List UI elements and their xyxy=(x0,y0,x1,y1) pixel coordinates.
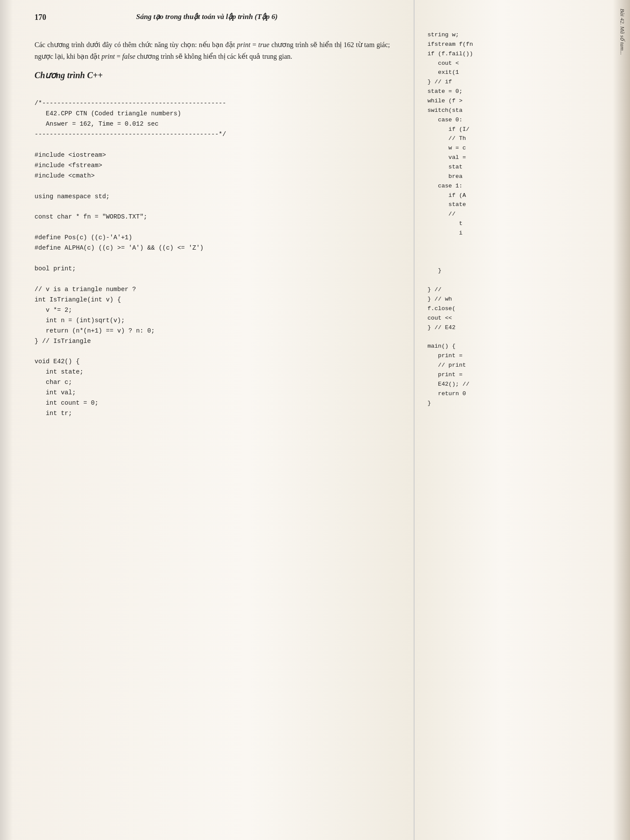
section-title: Chương trình C++ xyxy=(35,70,390,80)
right-content: string w; ifstream f(fn if (f.fail()) co… xyxy=(427,30,613,408)
left-page: 170 Sáng tạo trong thuật toán và lập trì… xyxy=(0,0,415,840)
right-page: Bài 42. Mã số tam... string w; ifstream … xyxy=(415,0,630,840)
page-header-title: Sáng tạo trong thuật toán và lập trình (… xyxy=(0,12,414,21)
left-content: Các chương trình dưới đây có thêm chức n… xyxy=(35,39,390,429)
right-code-block: string w; ifstream f(fn if (f.fail()) co… xyxy=(427,30,613,408)
tab-label: Bài 42. Mã số tam... xyxy=(619,9,626,55)
code-includes: #include <iostream> #include <fstream> #… xyxy=(35,152,204,417)
intro-paragraph: Các chương trình dưới đây có thêm chức n… xyxy=(35,39,390,62)
code-block: /*--------------------------------------… xyxy=(35,88,390,429)
code-comment: /*--------------------------------------… xyxy=(35,100,226,138)
